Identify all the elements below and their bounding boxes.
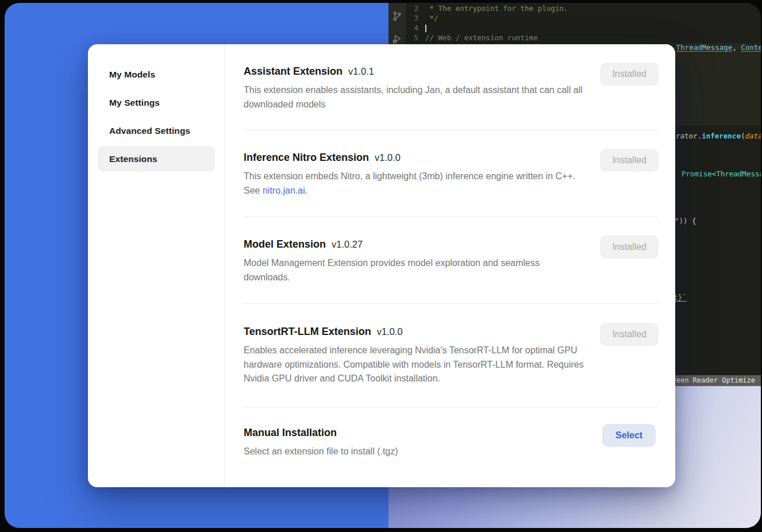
extension-title: Model Extensionv1.0.27	[244, 237, 586, 252]
extension-name: Inference Nitro Extension	[244, 152, 369, 163]
extension-name: Assistant Extension	[244, 65, 342, 77]
extension-info: Assistant Extensionv1.0.1This extension …	[244, 64, 586, 111]
installed-button[interactable]: Installed	[600, 63, 659, 86]
select-button[interactable]: Select	[602, 424, 656, 447]
extension-description: Enables accelerated inference leveraging…	[244, 344, 586, 386]
sidebar-item-my-models[interactable]: My Models	[98, 61, 215, 87]
code-line: 5// Web / extension runtime	[406, 33, 761, 43]
code-fragment: Promise<ThreadMessage>	[682, 169, 761, 178]
extension-row: Inference Nitro Extensionv1.0.0This exte…	[244, 130, 659, 217]
extension-version: v1.0.1	[348, 66, 374, 76]
line-number: 3	[406, 13, 425, 23]
editor-panel-shade	[664, 43, 761, 125]
extension-info: Model Extensionv1.0.27Model Management E…	[244, 237, 586, 284]
extension-row: Assistant Extensionv1.0.1This extension …	[244, 64, 659, 130]
extension-description: Select an extension file to install (.tg…	[244, 445, 588, 459]
extension-row: TensortRT-LLM Extensionv1.0.0Enables acc…	[244, 304, 659, 407]
extension-title: Assistant Extensionv1.0.1	[244, 64, 586, 79]
line-number: 2	[406, 3, 425, 13]
code-line: 3 */	[406, 13, 761, 23]
installed-button[interactable]: Installed	[600, 149, 659, 172]
extensions-list: Assistant Extensionv1.0.1This extension …	[225, 44, 675, 487]
code-fragment: ")) {	[675, 217, 696, 225]
code-fragment: t}`	[674, 293, 687, 302]
settings-modal: My ModelsMy SettingsAdvanced SettingsExt…	[88, 44, 675, 487]
description-text: Select an extension file to install (.tg…	[244, 446, 398, 456]
code-line: 4	[406, 23, 761, 33]
extension-description: This extension enables assistants, inclu…	[244, 83, 586, 111]
extension-name: Manual Installation	[244, 427, 337, 438]
text-cursor	[425, 25, 426, 32]
installed-button[interactable]: Installed	[600, 323, 659, 346]
description-text: Model Management Extension provides mode…	[244, 258, 540, 282]
extension-description: Model Management Extension provides mode…	[244, 256, 586, 284]
line-text	[425, 23, 426, 33]
extension-info: Manual InstallationSelect an extension f…	[244, 426, 588, 459]
extension-description: This extension embeds Nitro, a lightweig…	[244, 169, 586, 198]
extension-name: TensortRT-LLM Extension	[244, 326, 371, 337]
extension-name: Model Extension	[244, 238, 326, 250]
extension-title: TensortRT-LLM Extensionv1.0.0	[244, 325, 586, 339]
source-control-icon[interactable]	[392, 10, 402, 22]
extension-row: Model Extensionv1.0.27Model Management E…	[244, 217, 659, 304]
sidebar-item-advanced-settings[interactable]: Advanced Settings	[98, 118, 215, 144]
settings-sidebar: My ModelsMy SettingsAdvanced SettingsExt…	[88, 44, 225, 487]
extension-version: v1.0.27	[332, 239, 363, 249]
extension-title: Inference Nitro Extensionv1.0.0	[244, 151, 586, 165]
line-number: 4	[406, 23, 425, 33]
code-fragment: rator.inference(data));	[676, 132, 761, 140]
installed-button[interactable]: Installed	[600, 236, 659, 259]
line-number: 5	[406, 33, 425, 43]
run-debug-icon[interactable]	[392, 33, 402, 45]
description-text: This extension enables assistants, inclu…	[244, 85, 583, 109]
description-text: Enables accelerated inference leveraging…	[244, 345, 584, 383]
extension-info: Inference Nitro Extensionv1.0.0This exte…	[244, 151, 586, 198]
extension-row: Manual InstallationSelect an extension f…	[244, 407, 659, 476]
extension-title: Manual Installation	[244, 426, 588, 440]
nitro-jan-ai-link[interactable]: nitro.jan.ai.	[263, 186, 307, 195]
sidebar-item-my-settings[interactable]: My Settings	[98, 90, 215, 115]
desktop: 2 * The entrypoint for the plugin.3 */45…	[5, 3, 761, 528]
line-text: * The entrypoint for the plugin.	[425, 3, 568, 13]
line-text: // Web / extension runtime	[425, 33, 538, 43]
extension-version: v1.0.0	[375, 152, 401, 163]
line-text: */	[425, 13, 438, 23]
extension-info: TensortRT-LLM Extensionv1.0.0Enables acc…	[244, 325, 586, 386]
code-line: 2 * The entrypoint for the plugin.	[406, 3, 761, 13]
sidebar-item-extensions[interactable]: Extensions	[98, 146, 215, 172]
extension-version: v1.0.0	[377, 326, 403, 337]
